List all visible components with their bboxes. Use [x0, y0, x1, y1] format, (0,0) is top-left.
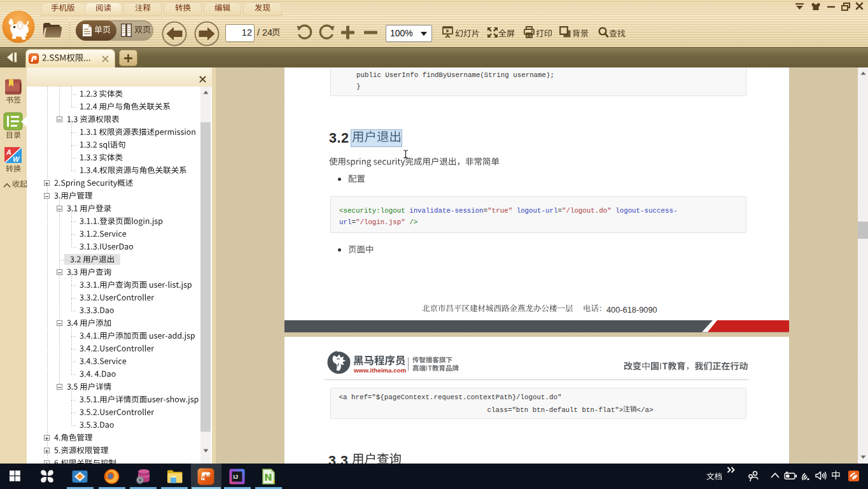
svg-text:A: A — [6, 148, 11, 156]
svg-text:IJ: IJ — [234, 474, 239, 480]
svg-text:W: W — [13, 155, 20, 163]
